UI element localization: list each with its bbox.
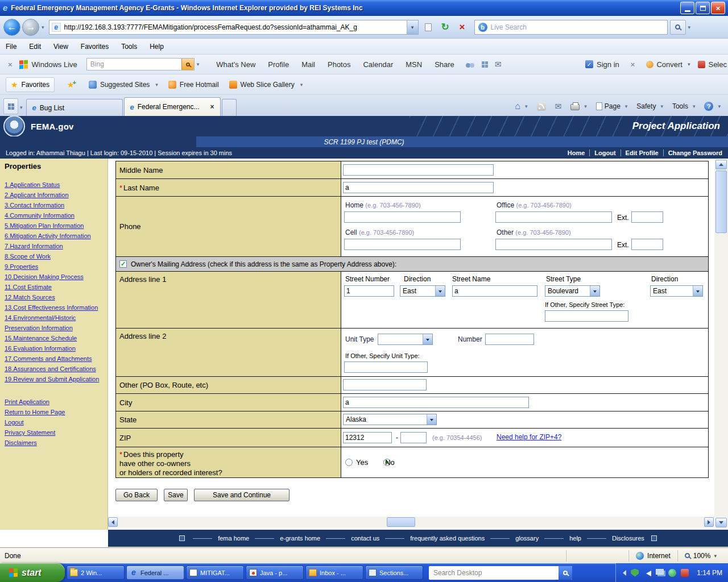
unit-type-select[interactable] xyxy=(378,334,433,345)
footer-link-disclosures[interactable]: Disclosures xyxy=(610,535,647,542)
sidebar-link-print-application[interactable]: Print Application xyxy=(5,397,103,407)
direction-select[interactable]: East xyxy=(400,285,445,297)
bing-dropdown[interactable]: ▾ xyxy=(197,61,200,67)
messenger-icon[interactable] xyxy=(668,569,676,577)
live-search-box[interactable]: b xyxy=(474,20,668,35)
state-select[interactable]: Alaska xyxy=(343,414,437,425)
sidebar-link-disclaimers[interactable]: Disclaimers xyxy=(5,438,103,448)
link-logout[interactable]: Logout xyxy=(590,149,621,156)
compatibility-view-button[interactable] xyxy=(421,20,436,35)
safety-menu-button[interactable]: Safety ▾ xyxy=(632,99,667,114)
save-and-continue-button[interactable]: Save and Continue xyxy=(194,489,289,501)
street-type-select[interactable]: Boulevard xyxy=(545,285,600,297)
scroll-up-button[interactable] xyxy=(715,160,727,169)
scroll-down-button[interactable] xyxy=(715,518,727,527)
phone-home-input[interactable] xyxy=(344,211,461,223)
taskbar-inbox-button[interactable]: Inbox - ... xyxy=(305,566,363,580)
if-other-unit-type-input[interactable] xyxy=(344,361,428,373)
menu-favorites[interactable]: Favorites xyxy=(81,43,109,51)
address-field[interactable]: e http://192.168.3.193:7777/FEMAMitigati… xyxy=(49,20,419,35)
live-msn[interactable]: MSN xyxy=(406,60,422,69)
restore-button[interactable] xyxy=(696,2,710,14)
tray-collapse-icon[interactable] xyxy=(623,570,626,576)
tab-list-dropdown[interactable]: ▾ xyxy=(20,105,23,110)
taskbar-sections-button[interactable]: Sections... xyxy=(365,566,423,580)
network-icon[interactable] xyxy=(656,569,664,575)
taskbar-federal-emergency-button[interactable]: e Federal ... xyxy=(126,566,184,580)
stop-button[interactable]: × xyxy=(455,20,470,35)
zip-plus4-input[interactable] xyxy=(400,432,427,443)
sidebar-link-cost-estimate[interactable]: 11.Cost Estimate xyxy=(5,282,103,292)
mail-icon[interactable]: ✉ xyxy=(495,60,502,69)
forward-button[interactable]: → xyxy=(22,19,39,36)
recent-pages-dropdown[interactable]: ▾ xyxy=(39,24,47,30)
people-icon[interactable] xyxy=(466,61,475,68)
footer-link-egrants-home[interactable]: e-grants home xyxy=(278,535,322,542)
bing-search-button[interactable] xyxy=(181,59,194,70)
live-photos[interactable]: Photos xyxy=(328,60,350,69)
live-profile[interactable]: Profile xyxy=(268,60,289,69)
sidebar-link-privacy-statement[interactable]: Privacy Statement xyxy=(5,427,103,438)
sidebar-link-decision-making-process[interactable]: 10.Decision Making Process xyxy=(5,272,103,282)
vertical-scroll-thumb[interactable] xyxy=(715,171,727,233)
sidebar-link-contact-information[interactable]: 3.Contact Information xyxy=(5,200,103,210)
security-shield-icon[interactable] xyxy=(631,569,639,577)
last-name-input[interactable] xyxy=(343,182,494,193)
sidebar-link-maintenance-schedule[interactable]: 15.Maintenance Schedule xyxy=(5,333,103,343)
phone-cell-input[interactable] xyxy=(344,239,461,250)
sidebar-link-mitigation-plan-information[interactable]: 5.Mitigation Plan Information xyxy=(5,221,103,231)
zip-input[interactable] xyxy=(343,432,392,443)
help-button[interactable]: ? ▾ xyxy=(700,99,725,114)
add-favorite-button[interactable]: ★ + xyxy=(65,80,78,89)
desktop-search-input[interactable] xyxy=(433,569,559,577)
unit-number-input[interactable] xyxy=(485,334,534,345)
tab-bug-list[interactable]: e Bug List xyxy=(26,99,123,116)
suggested-sites-button[interactable]: Suggested Sites ▾ xyxy=(89,81,158,89)
close-icon[interactable]: × xyxy=(627,60,639,69)
read-mail-button[interactable]: ✉ xyxy=(551,99,566,114)
volume-icon[interactable] xyxy=(643,571,651,576)
horizontal-scrollbar[interactable] xyxy=(108,517,714,527)
horizontal-scroll-thumb[interactable] xyxy=(387,517,415,527)
quick-tabs-button[interactable] xyxy=(3,98,18,114)
sidebar-link-community-information[interactable]: 4.Community Information xyxy=(5,210,103,221)
new-tab-stub[interactable] xyxy=(222,99,237,116)
taskbar-mitigation-button[interactable]: MITIGAT... xyxy=(186,566,244,580)
bing-search-input[interactable] xyxy=(90,60,181,68)
minimize-button[interactable] xyxy=(680,2,694,14)
sidebar-link-logout[interactable]: Logout xyxy=(5,417,103,427)
taskbar-window-group-button[interactable]: 2 Win... xyxy=(67,566,125,580)
refresh-button[interactable]: ↻ xyxy=(438,20,453,35)
sidebar-link-properties[interactable]: 9.Properties xyxy=(5,261,103,272)
menu-edit[interactable]: Edit xyxy=(29,43,41,51)
convert-button[interactable]: Convert ▾ xyxy=(646,60,690,69)
footer-link-faq[interactable]: frequently asked questions xyxy=(408,535,487,542)
link-edit-profile[interactable]: Edit Profile xyxy=(621,149,664,156)
go-back-button[interactable]: Go Back xyxy=(115,489,158,501)
sidebar-link-environmental-historic[interactable]: 14.Environmental/Historic Preservation I… xyxy=(5,313,103,333)
live-mail[interactable]: Mail xyxy=(301,60,315,69)
url-text[interactable]: http://192.168.3.193:7777/FEMAMitigation… xyxy=(64,23,407,31)
free-hotmail-button[interactable]: Free Hotmail xyxy=(168,81,219,89)
menu-view[interactable]: View xyxy=(53,43,68,51)
sidebar-link-scope-of-work[interactable]: 8.Scope of Work xyxy=(5,251,103,261)
live-whats-new[interactable]: What's New xyxy=(216,60,255,69)
zoom-panel[interactable]: 100% ▾ xyxy=(677,550,723,562)
web-slice-gallery-button[interactable]: Web Slice Gallery ▾ xyxy=(229,81,303,89)
phone-office-ext-input[interactable] xyxy=(631,211,663,223)
sidebar-link-mitigation-activity-information[interactable]: 6.Mitigation Activity Information xyxy=(5,231,103,241)
if-other-street-type-input[interactable] xyxy=(545,310,628,322)
city-input[interactable] xyxy=(343,397,529,408)
sidebar-link-cost-effectiveness-information[interactable]: 13.Cost Effectiveness Information xyxy=(5,302,103,313)
street-name-input[interactable] xyxy=(452,285,537,297)
desktop-search-box[interactable] xyxy=(429,566,572,580)
zip-help-link[interactable]: Need help for ZIP+4? xyxy=(497,433,561,441)
live-search-input[interactable] xyxy=(491,23,664,31)
bing-search-box[interactable] xyxy=(86,58,195,70)
footer-link-help[interactable]: help xyxy=(567,535,584,542)
page-menu-button[interactable]: Page ▾ xyxy=(592,99,632,114)
start-button[interactable]: start xyxy=(0,563,65,582)
sidebar-link-application-status[interactable]: 1.Application Status xyxy=(5,180,103,190)
search-options-dropdown[interactable]: ▾ xyxy=(686,24,693,30)
back-button[interactable]: ← xyxy=(3,19,20,36)
